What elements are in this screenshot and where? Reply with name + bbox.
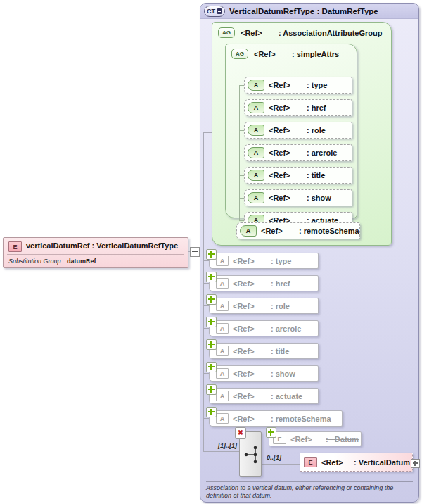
- element-box[interactable]: E verticalDatumRef : VerticalDatumRefTyp…: [3, 237, 188, 268]
- attribute-icon: A: [240, 225, 257, 237]
- plus-overlay-icon[interactable]: [206, 384, 217, 395]
- error-icon[interactable]: ✖: [235, 427, 246, 439]
- annotation-text: Association to a vertical datum, either …: [206, 484, 411, 500]
- connector-line: [203, 396, 209, 396]
- attribute-name: : arcrole: [271, 325, 301, 333]
- connector-line: [203, 305, 209, 306]
- attribute-icon: A: [248, 125, 264, 136]
- attribute-group-icon: AG: [218, 27, 235, 38]
- group-name: : AssociationAttributeGroup: [279, 29, 382, 37]
- attribute-name: : type: [271, 257, 291, 265]
- attribute-row-show[interactable]: A <Ref> : show: [209, 365, 319, 382]
- ref-label: <Ref>: [269, 81, 307, 89]
- attribute-name: : title: [307, 171, 325, 179]
- ref-label: <Ref>: [233, 302, 271, 310]
- attribute-row-remoteSchema[interactable]: A <Ref> : remoteSchema: [236, 222, 360, 239]
- connector-line: [203, 451, 239, 452]
- attribute-row-title[interactable]: A <Ref> : title: [209, 343, 319, 359]
- attribute-icon: A: [248, 170, 264, 181]
- connector-line: [203, 351, 209, 351]
- divider: [206, 481, 413, 482]
- attribute-row-arcrole[interactable]: A <Ref> : arcrole: [244, 144, 352, 161]
- ref-label: <Ref>: [233, 347, 271, 355]
- ref-label: <Ref>: [233, 279, 271, 288]
- substitution-group-label: Substitution Group: [8, 258, 61, 265]
- attribute-row-arcrole[interactable]: A <Ref> : arcrole: [209, 320, 319, 336]
- complex-type-icon[interactable]: CT: [204, 6, 225, 17]
- connector-line: [203, 132, 204, 451]
- attribute-icon: A: [216, 256, 229, 266]
- plus-overlay-icon[interactable]: [206, 407, 217, 417]
- plus-overlay-icon[interactable]: [206, 362, 217, 372]
- attribute-row-role[interactable]: A <Ref> : role: [244, 122, 352, 139]
- plus-overlay-icon[interactable]: [206, 339, 217, 350]
- complex-type-title: VerticalDatumRefType : DatumRefType: [229, 7, 378, 15]
- connector-line: [262, 464, 300, 465]
- attribute-row-remoteSchema[interactable]: A <Ref> : remoteSchema: [209, 410, 343, 427]
- ref-label: <Ref>: [269, 171, 307, 179]
- attribute-name: : remoteSchema: [271, 415, 331, 423]
- connector-line: [203, 260, 209, 261]
- choice-icon: [243, 444, 259, 465]
- plus-overlay-icon[interactable]: [206, 317, 217, 327]
- plus-overlay-icon[interactable]: [266, 427, 276, 438]
- attribute-group-icon: AG: [231, 49, 248, 59]
- connector-line: [262, 439, 269, 439]
- attribute-name: : role: [307, 126, 326, 134]
- attribute-row-show[interactable]: A <Ref> : show: [244, 189, 352, 206]
- attribute-row-href[interactable]: A <Ref> : href: [209, 275, 319, 291]
- attribute-name: : type: [307, 81, 327, 89]
- ref-label: <Ref>: [241, 29, 279, 37]
- attribute-row-href[interactable]: A <Ref> : href: [244, 99, 352, 116]
- element-name: : _Datum: [326, 435, 359, 443]
- attribute-name: : href: [271, 279, 290, 288]
- connector-line: [203, 373, 209, 374]
- attribute-row-role[interactable]: A <Ref> : role: [209, 298, 319, 314]
- attribute-group-box[interactable]: AG <Ref> : simpleAttrs A <Ref> : type A …: [225, 44, 357, 218]
- ref-label: <Ref>: [269, 126, 307, 134]
- element-row-datum[interactable]: E <Ref>: _Datum: [269, 431, 362, 446]
- connector-line: [203, 418, 209, 419]
- attribute-row-type[interactable]: A <Ref> : type: [209, 253, 319, 269]
- ref-label: <Ref>: [233, 257, 271, 265]
- attribute-icon: A: [248, 102, 264, 113]
- attribute-icon: A: [248, 80, 264, 91]
- attribute-group-box[interactable]: AG <Ref> : AssociationAttributeGroup AG …: [212, 22, 392, 246]
- attribute-row-actuate[interactable]: A <Ref> : actuate: [209, 388, 319, 404]
- attribute-icon: A: [216, 368, 229, 379]
- attribute-icon: A: [216, 278, 229, 289]
- ref-label: <Ref>: [269, 149, 307, 157]
- attribute-icon: A: [248, 147, 264, 158]
- attribute-icon: A: [216, 301, 229, 311]
- element-icon: E: [8, 241, 22, 252]
- attribute-row-type[interactable]: A <Ref> : type: [244, 77, 352, 94]
- connector-line: [203, 328, 209, 329]
- plus-overlay-icon[interactable]: [206, 294, 217, 305]
- attribute-icon: A: [216, 391, 229, 401]
- attribute-icon: A: [216, 346, 229, 356]
- plus-overlay-icon[interactable]: [206, 272, 217, 282]
- collapse-minus-icon[interactable]: [190, 247, 200, 257]
- ref-label: <Ref>: [233, 370, 271, 378]
- complex-type-box: CT VerticalDatumRefType : DatumRefType A…: [200, 3, 419, 503]
- ref-label: <Ref>: [290, 435, 326, 443]
- ref-label: <Ref>: [254, 50, 292, 58]
- plus-overlay-icon[interactable]: [206, 249, 217, 260]
- attribute-name: : title: [271, 347, 289, 355]
- ref-label: <Ref>: [233, 392, 271, 401]
- element-name: : VerticalDatum: [354, 458, 410, 467]
- ref-label: <Ref>: [233, 415, 271, 423]
- cardinality-label: 0..[1]: [267, 454, 281, 461]
- attribute-name: : actuate: [271, 392, 302, 401]
- ref-label: <Ref>: [321, 458, 354, 467]
- attribute-name: : arcrole: [307, 149, 337, 157]
- attribute-name: : href: [307, 103, 326, 112]
- connector-line: [203, 283, 209, 284]
- expand-plus-icon[interactable]: [411, 459, 420, 468]
- attribute-name: : role: [271, 302, 290, 310]
- element-row-verticaldatum[interactable]: E <Ref> : VerticalDatum: [300, 453, 413, 472]
- attribute-row-title[interactable]: A <Ref> : title: [244, 167, 352, 184]
- cardinality-label: [1]..[1]: [210, 442, 237, 449]
- ref-label: <Ref>: [269, 103, 307, 112]
- element-title: verticalDatumRef : VerticalDatumRefType: [26, 241, 178, 250]
